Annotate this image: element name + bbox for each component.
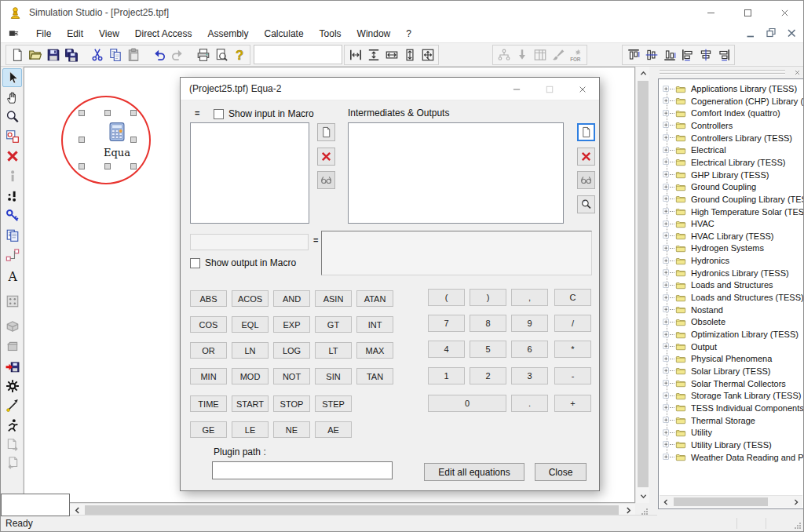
func-eql-button[interactable]: EQL (232, 316, 269, 333)
key-tool[interactable] (2, 206, 22, 225)
tree-item-hydronics-library-tess[interactable]: Hydronics Library (TESS) (659, 267, 789, 279)
expand-icon[interactable] (663, 122, 670, 129)
func-step-button[interactable]: STEP (315, 395, 352, 412)
menu-file[interactable]: File (28, 26, 59, 42)
tree-item-ground-coupling-library-tes[interactable]: Ground Coupling Library (TES (659, 193, 804, 206)
func-abs-button[interactable]: ABS (190, 290, 227, 307)
dialog-close-action-button[interactable]: Close (535, 463, 587, 481)
tree-item-obsolete[interactable]: Obsolete (659, 315, 725, 328)
key-divide-button[interactable]: / (554, 315, 591, 332)
tree-item-tess-individual-components[interactable]: TESS Individual Components (659, 402, 804, 414)
tree-item-weather-data-reading-and-p[interactable]: Weather Data Reading and P (659, 451, 804, 464)
key-comma-button[interactable]: , (511, 289, 548, 306)
func-max-button[interactable]: MAX (356, 342, 393, 359)
expand-icon[interactable] (663, 367, 670, 374)
export-save-tool[interactable] (2, 357, 22, 376)
minimize-button[interactable] (693, 1, 729, 24)
func-tan-button[interactable]: TAN (356, 368, 393, 384)
expand-icon[interactable] (663, 454, 670, 461)
pan-hand-tool[interactable] (2, 88, 22, 107)
expand-icon[interactable] (663, 208, 670, 215)
func-lt-button[interactable]: LT (315, 342, 352, 359)
expand-icon[interactable] (663, 417, 670, 424)
tree-item-solar-library-tess[interactable]: Solar Library (TESS) (659, 365, 770, 377)
tree-item-nostand[interactable]: Nostand (659, 304, 723, 316)
undo-button[interactable] (150, 46, 168, 64)
tree-item-hvac[interactable]: HVAC (659, 217, 714, 230)
expand-icon[interactable] (663, 355, 670, 363)
tree-item-hydronics[interactable]: Hydronics (659, 254, 729, 267)
help-button[interactable]: ? (230, 46, 248, 64)
align-vertical-center-button[interactable] (642, 46, 660, 64)
tree-item-applications-library-tess[interactable]: Applications Library (TESS) (659, 82, 797, 95)
library-tree[interactable]: Applications Library (TESS)Cogeneration … (658, 78, 804, 509)
close-button[interactable] (766, 1, 803, 24)
probe-arrow-tool[interactable] (2, 396, 22, 415)
key-plus-button[interactable]: + (554, 395, 591, 412)
key-digit-0-button[interactable]: 0 (428, 395, 506, 412)
inputs-listbox[interactable] (190, 122, 309, 224)
tree-scroll-thumb[interactable] (674, 497, 768, 506)
panel-grip[interactable] (660, 70, 785, 71)
dialog-maximize-button[interactable] (533, 78, 566, 100)
func-not-button[interactable]: NOT (273, 368, 310, 384)
key-open-paren-button[interactable]: ( (428, 289, 465, 306)
zoom-tool[interactable] (2, 107, 22, 126)
expand-icon[interactable] (663, 441, 670, 448)
expand-icon[interactable] (663, 220, 670, 228)
expand-icon[interactable] (663, 171, 670, 178)
tree-item-comfort-index-quattro[interactable]: Comfort Index (quattro) (659, 107, 780, 119)
func-cos-button[interactable]: COS (190, 316, 227, 333)
func-int-button[interactable]: INT (356, 316, 393, 333)
breakpoint-tool[interactable] (2, 187, 22, 206)
selection-handle[interactable] (130, 163, 137, 169)
tree-item-controllers-library-tess[interactable]: Controllers Library (TESS) (659, 132, 792, 144)
key-digit-1-button[interactable]: 1 (428, 367, 465, 384)
func-min-button[interactable]: MIN (190, 368, 227, 384)
copy-button[interactable] (106, 46, 124, 64)
selection-handle[interactable] (79, 163, 85, 169)
select-cursor-tool[interactable] (2, 68, 22, 87)
panel-close-button[interactable] (791, 67, 802, 78)
expand-icon[interactable] (663, 147, 670, 154)
menu-window[interactable]: Window (349, 26, 399, 42)
tree-item-ghp-library-tess[interactable]: GHP Library (TESS) (659, 169, 769, 181)
expand-icon[interactable] (663, 257, 670, 264)
expand-icon[interactable] (663, 86, 670, 93)
dialog-minimize-button[interactable] (500, 78, 533, 100)
align-horizontal-center-button[interactable] (696, 46, 714, 64)
selection-handle[interactable] (79, 110, 85, 116)
delete-input-button[interactable] (317, 148, 335, 166)
align-right-button[interactable] (714, 46, 733, 64)
tree-item-controllers[interactable]: Controllers (659, 119, 733, 132)
func-gt-button[interactable]: GT (315, 316, 352, 333)
tree-item-hvac-library-tess[interactable]: HVAC Library (TESS) (659, 230, 774, 242)
key-digit-8-button[interactable]: 8 (470, 315, 506, 332)
tree-item-physical-phenomena[interactable]: Physical Phenomena (659, 352, 772, 365)
expand-icon[interactable] (663, 245, 670, 252)
expand-icon[interactable] (663, 294, 670, 301)
run-simulation-tool[interactable] (2, 416, 22, 435)
expand-icon[interactable] (663, 184, 670, 191)
func-or-button[interactable]: OR (190, 342, 227, 359)
make-same-size-button[interactable] (418, 46, 437, 64)
func-ln-button[interactable]: LN (232, 342, 269, 359)
new-input-button[interactable] (317, 123, 335, 141)
func-start-button[interactable]: START (232, 395, 269, 412)
outputs-listbox[interactable] (348, 122, 564, 224)
new-output-button[interactable] (577, 123, 595, 141)
tree-item-output[interactable]: Output (659, 341, 717, 353)
key-close-paren-button[interactable]: ) (470, 289, 506, 306)
func-asin-button[interactable]: ASIN (315, 290, 352, 307)
key-digit-5-button[interactable]: 5 (470, 341, 506, 358)
func-ae-button[interactable]: AE (315, 421, 352, 438)
align-top-button[interactable] (624, 46, 642, 64)
selection-handle[interactable] (130, 110, 137, 116)
key-minus-button[interactable]: - (554, 367, 591, 384)
tree-item-electrical[interactable]: Electrical (659, 144, 726, 156)
tree-item-loads-and-structures-tess[interactable]: Loads and Structures (TESS) (659, 291, 804, 304)
make-same-height-button[interactable] (400, 46, 418, 64)
expand-icon[interactable] (663, 110, 670, 117)
link-components-tool[interactable] (2, 246, 22, 264)
menu-help[interactable]: ? (398, 26, 419, 42)
